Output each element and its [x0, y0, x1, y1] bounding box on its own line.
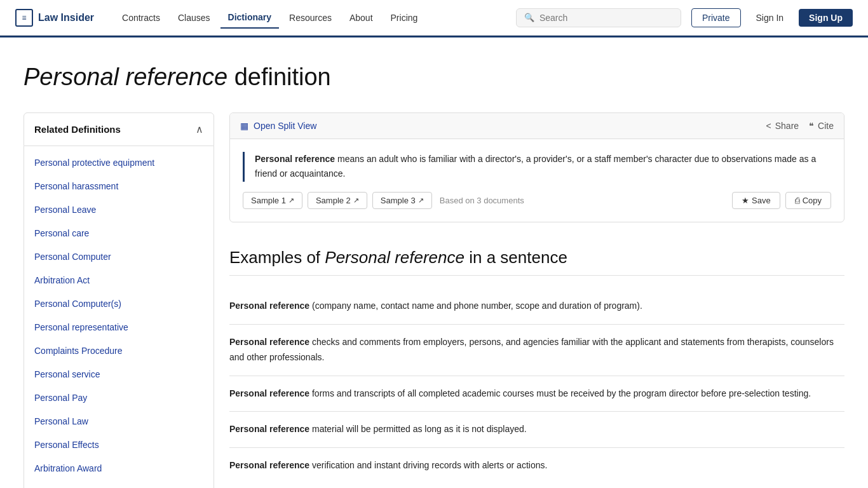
- sidebar-link[interactable]: Personal protective equipment: [34, 158, 154, 168]
- sidebar-link[interactable]: Personal Pay: [34, 393, 87, 403]
- nav-actions: Private Sign In Sign Up: [691, 8, 853, 27]
- example-item: Personal reference (company name, contac…: [229, 288, 844, 325]
- sidebar-title: Related Definitions: [34, 124, 121, 135]
- save-button[interactable]: ★ Save: [732, 192, 780, 209]
- navbar: ≡ Law Insider Contracts Clauses Dictiona…: [0, 0, 868, 36]
- split-view-icon: ▦: [240, 121, 248, 131]
- example-text: (company name, contact name and phone nu…: [309, 301, 642, 311]
- sidebar-list: Personal protective equipment Personal h…: [24, 146, 214, 488]
- definition-card: ▦ Open Split View < Share ❝ Cite: [229, 112, 844, 223]
- example-text: verification and instant driving records…: [309, 460, 547, 470]
- list-item: Arbitration Act: [24, 269, 214, 292]
- sidebar-link[interactable]: Personal representative: [34, 322, 128, 332]
- list-item: Personal Leave: [24, 198, 214, 222]
- open-split-view-button[interactable]: ▦ Open Split View: [240, 121, 316, 131]
- search-bar[interactable]: 🔍: [516, 8, 681, 27]
- sidebar-link[interactable]: Complaints Procedure: [34, 346, 123, 356]
- external-link-icon: ↗: [353, 196, 359, 205]
- sidebar-link[interactable]: Personal Computer: [34, 252, 111, 262]
- main-content: ▦ Open Split View < Share ❝ Cite: [229, 112, 844, 488]
- star-icon: ★: [742, 196, 749, 205]
- nav-clauses[interactable]: Clauses: [170, 8, 218, 28]
- list-item: Personal Pay: [24, 386, 214, 410]
- page-container: Personal reference definition Related De…: [8, 37, 860, 488]
- share-button[interactable]: < Share: [766, 121, 799, 131]
- logo-text: Law Insider: [38, 12, 94, 24]
- list-item: Personal Law: [24, 410, 214, 433]
- list-item: Personal care: [24, 222, 214, 245]
- definition-text-body: means an adult who is familiar with a di…: [255, 154, 816, 179]
- list-item: Personal harassment: [24, 175, 214, 198]
- search-icon: 🔍: [524, 13, 534, 22]
- example-term: Personal reference: [229, 337, 309, 347]
- external-link-icon: ↗: [418, 196, 424, 205]
- list-item: Personal representative: [24, 316, 214, 339]
- external-link-icon: ↗: [288, 196, 294, 205]
- signup-button[interactable]: Sign Up: [799, 9, 853, 27]
- example-item: Personal reference material will be perm…: [229, 412, 844, 448]
- copy-button[interactable]: ⎙ Copy: [785, 192, 831, 209]
- nav-pricing[interactable]: Pricing: [383, 8, 426, 28]
- sidebar-link[interactable]: Personal harassment: [34, 181, 118, 191]
- definition-text: Personal reference means an adult who is…: [243, 152, 831, 182]
- sidebar: Related Definitions ∧ Personal protectiv…: [24, 112, 214, 488]
- signin-button[interactable]: Sign In: [746, 9, 794, 27]
- nav-links: Contracts Clauses Dictionary Resources A…: [114, 7, 516, 29]
- sample-2-button[interactable]: Sample 2 ↗: [308, 192, 367, 209]
- examples-title: Examples of Personal reference in a sent…: [229, 248, 844, 276]
- nav-dictionary[interactable]: Dictionary: [220, 7, 279, 29]
- list-item: Arbitration Award: [24, 457, 214, 480]
- nav-resources[interactable]: Resources: [281, 8, 339, 28]
- example-text: checks and comments from employers, pers…: [229, 337, 834, 362]
- nav-logo[interactable]: ≡ Law Insider: [15, 9, 94, 27]
- definition-samples: Sample 1 ↗ Sample 2 ↗ Sample 3 ↗ Based o…: [243, 192, 831, 209]
- content-layout: Related Definitions ∧ Personal protectiv…: [24, 112, 844, 488]
- page-title: Personal reference definition: [24, 63, 844, 92]
- example-item: Personal reference verification and inst…: [229, 448, 844, 484]
- definition-body: Personal reference means an adult who is…: [230, 139, 844, 222]
- sidebar-link[interactable]: Personal Effects: [34, 440, 99, 450]
- example-term: Personal reference: [229, 301, 309, 311]
- sidebar-link[interactable]: Personal Leave: [34, 205, 96, 215]
- nav-contracts[interactable]: Contracts: [114, 8, 168, 28]
- example-item: Personal reference checks and comments f…: [229, 325, 844, 376]
- list-item: Personal Effects: [24, 433, 214, 457]
- logo-icon: ≡: [15, 9, 33, 27]
- example-item: Personal reference forms and transcripts…: [229, 376, 844, 412]
- list-item: Personal Computer(s): [24, 292, 214, 316]
- example-text: material will be permitted as long as it…: [309, 424, 527, 434]
- list-item: Personal service: [24, 363, 214, 386]
- sidebar-toggle[interactable]: ∧: [196, 123, 203, 135]
- private-button[interactable]: Private: [691, 8, 741, 27]
- sample-3-button[interactable]: Sample 3 ↗: [372, 192, 432, 209]
- cite-icon: ❝: [809, 121, 814, 131]
- list-item: Complaints Procedure: [24, 339, 214, 363]
- list-item: Criminal Procedure Act: [24, 480, 214, 488]
- sample-1-button[interactable]: Sample 1 ↗: [243, 192, 302, 209]
- copy-icon: ⎙: [795, 196, 800, 205]
- sidebar-header: Related Definitions ∧: [24, 112, 214, 146]
- sidebar-link[interactable]: Arbitration Award: [34, 463, 102, 473]
- example-text: forms and transcripts of all completed a…: [309, 388, 811, 398]
- example-term: Personal reference: [229, 388, 309, 398]
- example-term: Personal reference: [229, 460, 309, 470]
- sidebar-link[interactable]: Personal care: [34, 228, 89, 238]
- example-term: Personal reference: [229, 424, 309, 434]
- action-buttons: ★ Save ⎙ Copy: [732, 192, 831, 209]
- search-input[interactable]: [539, 13, 673, 23]
- toolbar-right: < Share ❝ Cite: [766, 121, 834, 131]
- cite-button[interactable]: ❝ Cite: [809, 121, 834, 131]
- sidebar-link[interactable]: Personal service: [34, 369, 100, 379]
- list-item: Personal protective equipment: [24, 151, 214, 175]
- share-icon: <: [766, 121, 771, 131]
- nav-about[interactable]: About: [342, 8, 381, 28]
- based-on-text: Based on 3 documents: [440, 196, 524, 205]
- sidebar-link[interactable]: Personal Computer(s): [34, 299, 121, 309]
- sidebar-link[interactable]: Arbitration Act: [34, 275, 90, 285]
- list-item: Personal Computer: [24, 245, 214, 269]
- definition-term-bold: Personal reference: [255, 154, 335, 164]
- sidebar-link[interactable]: Personal Law: [34, 416, 88, 426]
- definition-toolbar: ▦ Open Split View < Share ❝ Cite: [230, 113, 844, 139]
